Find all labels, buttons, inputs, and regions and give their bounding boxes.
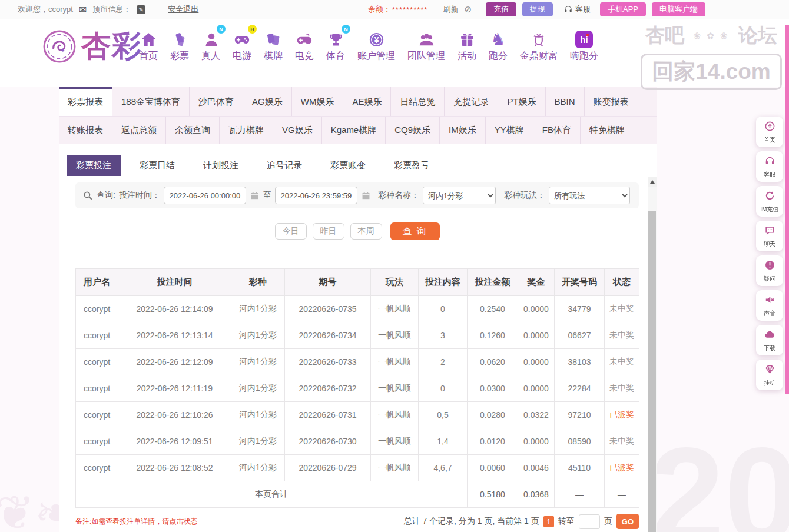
sidebar-item-download[interactable]: 下载 xyxy=(756,325,783,355)
nav-item-live[interactable]: N 真人 xyxy=(198,27,224,62)
play-type-select[interactable]: 所有玩法 xyxy=(549,187,630,204)
nav-item-egames[interactable]: H 电游 xyxy=(229,27,255,62)
reserved-info-label: 预留信息： xyxy=(92,4,131,15)
tab-ag[interactable]: AG娱乐 xyxy=(243,87,292,116)
go-button[interactable]: GO xyxy=(616,514,639,529)
home-icon xyxy=(139,27,158,48)
scrollbar-thumb[interactable] xyxy=(648,211,656,532)
logout-link[interactable]: 安全退出 xyxy=(168,4,198,15)
subtab-lottery-balance-change[interactable]: 彩票账变 xyxy=(321,155,375,176)
nav-item-jinding[interactable]: 金鼎财富 xyxy=(516,27,561,62)
nav-item-home[interactable]: 首页 xyxy=(135,27,161,62)
tab-vg[interactable]: VG娱乐 xyxy=(273,117,322,144)
cell-issue: 20220626-0733 xyxy=(285,349,371,375)
hot-badge: H xyxy=(248,25,257,34)
nav-item-account[interactable]: ¥ 账户管理 xyxy=(354,27,399,62)
tab-188-sports[interactable]: 188金宝博体育 xyxy=(112,87,190,116)
tab-ae[interactable]: AE娱乐 xyxy=(343,87,391,116)
refresh-label[interactable]: 刷新 xyxy=(443,4,458,15)
tab-balance-query[interactable]: 余额查询 xyxy=(166,117,220,144)
cell-username: ccorypt xyxy=(76,375,118,402)
tab-wm[interactable]: WM娱乐 xyxy=(292,87,344,116)
cell-issue: 20220626-0730 xyxy=(285,428,371,455)
sidebar-item-home[interactable]: 首页 xyxy=(756,117,783,147)
sidebar-item-service[interactable]: 客服 xyxy=(756,151,783,182)
sidebar-item-chat[interactable]: 聊天 xyxy=(756,221,783,251)
cell-draw: 34779 xyxy=(555,296,605,322)
goto-page-input[interactable] xyxy=(579,514,600,529)
customer-service-link[interactable]: 客服 xyxy=(563,4,591,15)
tab-balance-change[interactable]: 账变报表 xyxy=(585,87,638,116)
cell-status[interactable]: 已派奖 xyxy=(605,402,639,428)
today-button[interactable]: 今日 xyxy=(275,223,307,240)
gem-icon xyxy=(764,364,775,375)
refresh-icon[interactable]: ⊘ xyxy=(464,4,472,15)
mobile-app-button[interactable]: 手机APP xyxy=(600,2,646,16)
subtab-plan-bets[interactable]: 计划投注 xyxy=(194,155,248,176)
subtab-lottery-profit[interactable]: 彩票盈亏 xyxy=(384,155,439,176)
cell-lottery: 河内1分彩 xyxy=(231,455,285,481)
sidebar-item-im-recharge[interactable]: IM充值 xyxy=(756,186,783,217)
tab-kgame[interactable]: Kgame棋牌 xyxy=(322,117,386,144)
subtab-chase-records[interactable]: 追号记录 xyxy=(257,155,311,176)
calendar-icon[interactable] xyxy=(250,191,260,201)
tab-transfer-report[interactable]: 转账报表 xyxy=(59,117,112,144)
nav-item-cards[interactable]: 棋牌 xyxy=(260,27,286,62)
cell-status[interactable]: 未中奖 xyxy=(605,428,639,455)
cell-status[interactable]: 未中奖 xyxy=(605,296,639,322)
nav-item-team[interactable]: 团队管理 xyxy=(404,27,449,62)
current-page-button[interactable]: 1 xyxy=(543,516,554,527)
tab-pt[interactable]: PT娱乐 xyxy=(498,87,545,116)
time-to-input[interactable] xyxy=(275,187,357,204)
yesterday-button[interactable]: 昨日 xyxy=(313,223,344,240)
lottery-select[interactable]: 河内1分彩 xyxy=(423,187,496,204)
pc-client-button[interactable]: 电脑客户端 xyxy=(652,2,705,16)
cell-content: 0 xyxy=(419,296,468,322)
envelope-icon[interactable]: ✉ xyxy=(79,4,87,15)
tab-im[interactable]: IM娱乐 xyxy=(440,117,486,144)
pencil-edit-icon[interactable]: ✎ xyxy=(137,5,145,14)
deposit-button[interactable]: 充值 xyxy=(486,2,516,16)
table-body: ccorypt2022-06-26 12:14:09河内1分彩20220626-… xyxy=(76,296,639,481)
table-row: ccorypt2022-06-26 12:08:52河内1分彩20220626-… xyxy=(76,455,639,481)
subtab-lottery-bets[interactable]: 彩票投注 xyxy=(67,155,121,176)
tab-tewan-cards[interactable]: 特免棋牌 xyxy=(581,117,634,144)
nav-item-hipaofen[interactable]: hi 嗨跑分 xyxy=(566,27,602,62)
subtab-lottery-daily[interactable]: 彩票日结 xyxy=(130,155,184,176)
time-from-input[interactable] xyxy=(164,187,246,204)
cell-playtype: 一帆风顺 xyxy=(371,428,419,455)
content-scrollbar[interactable] xyxy=(648,177,657,532)
cell-status[interactable]: 未中奖 xyxy=(605,375,639,402)
cell-status[interactable]: 已派奖 xyxy=(605,455,639,481)
tab-cq9[interactable]: CQ9娱乐 xyxy=(386,117,440,144)
tab-daily-summary[interactable]: 日结总览 xyxy=(391,87,445,116)
nav-item-paofen[interactable]: ♞ 跑分 xyxy=(485,27,511,62)
tab-saba-sports[interactable]: 沙巴体育 xyxy=(190,87,243,116)
nav-item-sports[interactable]: N 体育 xyxy=(323,27,349,62)
this-week-button[interactable]: 本周 xyxy=(350,223,382,240)
calendar-icon[interactable] xyxy=(361,191,371,201)
search-button[interactable]: 查 询 xyxy=(390,222,440,240)
scrollbar-up-arrow[interactable] xyxy=(648,177,657,187)
col-header-status: 状态 xyxy=(605,269,639,296)
triangle-up-icon xyxy=(650,180,655,184)
tab-wali-cards[interactable]: 瓦力棋牌 xyxy=(220,117,273,144)
nav-item-lottery[interactable]: 彩票 xyxy=(167,27,193,62)
nav-item-activity[interactable]: 活动 xyxy=(454,27,480,62)
tab-deposit-records[interactable]: 充提记录 xyxy=(445,87,498,116)
cell-draw: 22284 xyxy=(555,375,605,402)
tab-bbin[interactable]: BBIN xyxy=(546,87,585,116)
sidebar-item-hangup[interactable]: 挂机 xyxy=(756,360,783,390)
brand-logo[interactable]: 杏彩 xyxy=(42,26,142,66)
sidebar-item-question[interactable]: 疑问 xyxy=(756,255,783,286)
withdraw-button[interactable]: 提现 xyxy=(522,2,553,16)
tab-fb-sports[interactable]: FB体育 xyxy=(533,117,581,144)
tab-lottery-report[interactable]: 彩票报表 xyxy=(59,87,112,116)
tab-rebate-total[interactable]: 返点总额 xyxy=(112,117,166,144)
tab-yy-cards[interactable]: YY棋牌 xyxy=(486,117,533,144)
sidebar-item-sound[interactable]: 声音 xyxy=(756,290,783,321)
cell-status[interactable]: 未中奖 xyxy=(605,349,639,375)
cell-playtype: 一帆风顺 xyxy=(371,296,419,322)
cell-status[interactable]: 未中奖 xyxy=(605,322,639,349)
nav-item-esports[interactable]: 电竞 xyxy=(291,27,317,62)
